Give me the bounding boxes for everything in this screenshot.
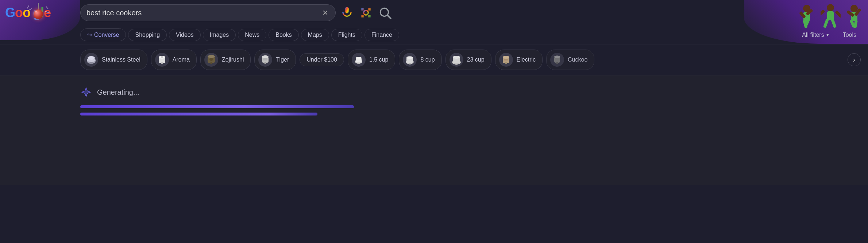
search-button[interactable] [378, 6, 392, 20]
tab-finance-label: Finance [371, 32, 392, 38]
svg-point-53 [503, 56, 509, 59]
voice-search-button[interactable] [340, 6, 354, 20]
svg-point-37 [262, 55, 269, 58]
chip-electric-label: Electric [517, 56, 536, 63]
tab-videos[interactable]: Videos [169, 29, 201, 41]
chip-tiger[interactable]: Tiger [254, 50, 296, 70]
svg-point-21 [364, 11, 369, 15]
svg-point-57 [554, 56, 560, 58]
chip-under-100[interactable]: Under $100 [300, 53, 344, 66]
svg-point-35 [209, 58, 213, 61]
filter-tabs-row: ↪ Converse Shopping Videos Images News B… [0, 26, 868, 44]
lens-icon [359, 6, 373, 20]
chip-8-cup-label: 8 cup [420, 56, 435, 63]
generating-area: Generating... [80, 86, 857, 98]
chip-stainless-steel-label: Stainless Steel [102, 56, 140, 63]
svg-rect-18 [345, 7, 349, 13]
chip-1-5-cup-label: 1.5 cup [369, 56, 388, 63]
progress-bar-2 [80, 113, 317, 115]
tab-books[interactable]: Books [269, 29, 298, 41]
chip-zojirushi-label: Zojirushi [222, 56, 244, 63]
ai-generating-icon [80, 86, 92, 98]
tab-images-label: Images [210, 32, 229, 38]
chip-img-zojirushi [204, 53, 218, 67]
tab-images[interactable]: Images [203, 29, 236, 41]
chip-aroma-label: Aroma [173, 56, 190, 63]
lens-search-button[interactable] [359, 6, 373, 20]
filter-right-actions: All filters ▾ Tools [798, 30, 861, 40]
chip-tiger-label: Tiger [276, 56, 289, 63]
clear-search-button[interactable]: ✕ [321, 8, 329, 17]
svg-point-31 [161, 56, 163, 58]
chip-img-23-cup [450, 53, 463, 67]
svg-point-33 [208, 55, 215, 58]
progress-bar-1 [80, 105, 354, 108]
chip-cuckoo[interactable]: Cuckoo [546, 50, 594, 70]
svg-rect-54 [505, 62, 507, 64]
tab-maps[interactable]: Maps [301, 29, 329, 41]
chevron-right-icon: › [853, 56, 855, 64]
main-content: Generating... [0, 75, 868, 185]
svg-point-26 [88, 56, 95, 60]
converse-arrow-icon: ↪ [87, 31, 92, 38]
search-magnifier-icon [378, 6, 392, 20]
tab-shopping-label: Shopping [135, 32, 160, 38]
svg-rect-34 [210, 62, 212, 64]
svg-rect-55 [504, 59, 508, 60]
tools-button[interactable]: Tools [838, 30, 861, 40]
chip-img-aroma [155, 53, 169, 67]
chip-zojirushi[interactable]: Zojirushi [200, 50, 251, 70]
svg-rect-47 [409, 63, 411, 64]
chip-img-8-cup [403, 53, 417, 67]
chip-23-cup-label: 23 cup [467, 56, 485, 63]
chip-electric[interactable]: Electric [495, 50, 543, 70]
tab-flights[interactable]: Flights [331, 29, 362, 41]
all-filters-button[interactable]: All filters ▾ [798, 30, 833, 40]
chip-cuckoo-label: Cuckoo [568, 56, 587, 63]
svg-rect-43 [358, 63, 360, 64]
chip-img-1-5-cup [352, 53, 366, 67]
search-container: best rice cookers ✕ [80, 4, 336, 21]
search-action-icons [340, 6, 392, 20]
tab-shopping[interactable]: Shopping [128, 29, 167, 41]
tab-maps-label: Maps [308, 32, 322, 38]
tab-converse-label: Converse [94, 32, 119, 38]
tools-label: Tools [843, 32, 856, 38]
chip-1-5-cup[interactable]: 1.5 cup [348, 50, 395, 70]
svg-rect-58 [556, 62, 558, 64]
chip-img-cuckoo [550, 53, 564, 67]
svg-rect-27 [89, 62, 93, 64]
svg-rect-39 [263, 58, 267, 60]
svg-rect-30 [161, 62, 163, 64]
all-filters-label: All filters [802, 32, 824, 38]
svg-line-23 [387, 15, 391, 18]
svg-rect-38 [264, 62, 266, 64]
mic-icon [340, 6, 354, 20]
tab-books-label: Books [275, 32, 292, 38]
chip-img-tiger [258, 53, 272, 67]
generating-text: Generating... [97, 88, 139, 97]
chip-stainless-steel[interactable]: Stainless Steel [80, 50, 147, 70]
chevron-down-icon: ▾ [826, 32, 829, 38]
tab-news-label: News [245, 32, 259, 38]
chip-under-100-label: Under $100 [306, 56, 337, 63]
tab-converse[interactable]: ↪ Converse [80, 28, 126, 41]
search-input[interactable]: best rice cookers [86, 9, 317, 17]
svg-point-50 [453, 56, 460, 59]
tab-finance[interactable]: Finance [364, 29, 399, 41]
suggestion-chips-row: Stainless Steel Aroma Zojirushi [0, 44, 868, 75]
tab-news[interactable]: News [238, 29, 266, 41]
chip-img-stainless-steel [84, 53, 98, 67]
chip-23-cup[interactable]: 23 cup [445, 50, 491, 70]
chip-img-electric [499, 53, 513, 67]
tab-flights-label: Flights [338, 32, 355, 38]
search-row: best rice cookers ✕ [0, 0, 868, 26]
disco-ball-decoration [34, 3, 43, 19]
tab-videos-label: Videos [176, 32, 194, 38]
chip-8-cup[interactable]: 8 cup [399, 50, 441, 70]
svg-rect-51 [455, 64, 458, 65]
chip-aroma[interactable]: Aroma [151, 50, 197, 70]
svg-point-46 [406, 56, 413, 59]
svg-point-42 [356, 57, 362, 59]
scroll-right-button[interactable]: › [848, 53, 861, 66]
